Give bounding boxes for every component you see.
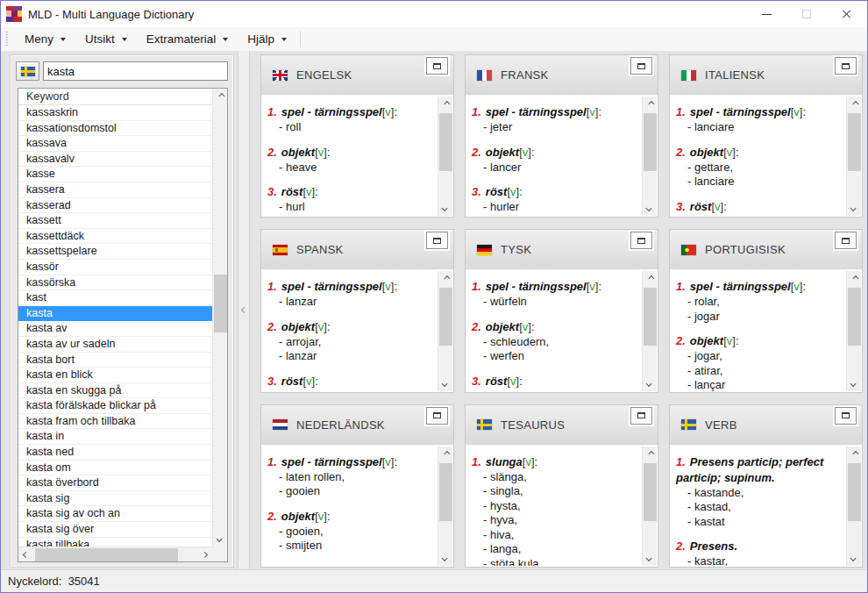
chevron-right-icon bbox=[202, 552, 208, 558]
panel-maximize-button[interactable] bbox=[835, 407, 857, 425]
list-item[interactable]: kasta en skugga på bbox=[18, 383, 212, 399]
panel-vertical-scrollbar[interactable] bbox=[846, 96, 861, 216]
scroll-up-button[interactable] bbox=[213, 89, 228, 104]
vertical-scroll-thumb[interactable] bbox=[644, 113, 657, 171]
panel-maximize-button[interactable] bbox=[426, 57, 448, 75]
list-item[interactable]: kassett bbox=[18, 213, 212, 229]
list-item[interactable]: kasse bbox=[18, 167, 212, 182]
list-item[interactable]: kassör bbox=[18, 260, 212, 275]
search-input[interactable] bbox=[43, 61, 228, 81]
list-vertical-scrollbar[interactable] bbox=[212, 89, 227, 547]
panel-maximize-button[interactable] bbox=[835, 57, 857, 75]
vertical-scroll-thumb[interactable] bbox=[848, 463, 861, 521]
scroll-down-button[interactable] bbox=[847, 551, 861, 566]
menu-item-utsikt[interactable]: Utsikt bbox=[75, 27, 137, 51]
vertical-scroll-thumb[interactable] bbox=[439, 463, 452, 521]
list-item[interactable]: kasta av ur sadeln bbox=[18, 337, 212, 353]
scroll-down-button[interactable] bbox=[643, 551, 657, 566]
panel-maximize-button[interactable] bbox=[835, 232, 857, 249]
list-item[interactable]: kasta sig över bbox=[18, 522, 212, 538]
scroll-down-button[interactable] bbox=[847, 376, 861, 391]
list-item[interactable]: kasta bbox=[18, 306, 212, 322]
scroll-up-button[interactable] bbox=[438, 96, 452, 111]
list-item[interactable]: kassavalv bbox=[18, 152, 212, 168]
scroll-down-button[interactable] bbox=[438, 551, 452, 566]
list-item[interactable]: kasta överbord bbox=[18, 475, 212, 491]
list-item[interactable]: kasta sig bbox=[18, 491, 212, 507]
panel-maximize-button[interactable] bbox=[426, 232, 448, 249]
vertical-scroll-thumb[interactable] bbox=[644, 288, 657, 346]
list-item[interactable]: kasta fram och tillbaka bbox=[18, 414, 212, 430]
colon: : bbox=[394, 280, 397, 293]
list-horizontal-scrollbar[interactable] bbox=[18, 547, 212, 561]
panel-vertical-scrollbar[interactable] bbox=[846, 271, 861, 390]
entry-heading: 2.objekt[v]: bbox=[267, 319, 431, 335]
minimize-button[interactable] bbox=[746, 1, 786, 27]
entry-sense-label: röst bbox=[281, 375, 303, 388]
entry-heading: 1.spel - tärningsspel[v]: bbox=[267, 104, 431, 120]
scroll-up-button[interactable] bbox=[643, 96, 657, 111]
scroll-right-button[interactable] bbox=[197, 547, 212, 562]
horizontal-scroll-thumb[interactable] bbox=[35, 548, 178, 561]
list-item[interactable]: kassettdäck bbox=[18, 229, 212, 245]
panel-maximize-button[interactable] bbox=[630, 407, 652, 425]
scroll-up-button[interactable] bbox=[438, 447, 452, 461]
panel-vertical-scrollbar[interactable] bbox=[642, 447, 657, 566]
scroll-down-button[interactable] bbox=[847, 201, 861, 216]
maximize-button[interactable] bbox=[786, 1, 827, 27]
vertical-scroll-thumb[interactable] bbox=[439, 113, 452, 171]
scroll-up-button[interactable] bbox=[643, 271, 657, 286]
list-item[interactable]: kassera bbox=[18, 182, 212, 198]
panel-maximize-button[interactable] bbox=[630, 232, 652, 249]
vertical-scroll-thumb[interactable] bbox=[644, 463, 657, 521]
panel-maximize-button[interactable] bbox=[630, 57, 652, 75]
menu-item-extramaterial[interactable]: Extramaterial bbox=[137, 27, 238, 51]
list-item[interactable]: kasta av bbox=[18, 321, 212, 337]
toolbar-grip-handle[interactable] bbox=[5, 32, 8, 46]
scroll-up-button[interactable] bbox=[643, 447, 657, 461]
menu-item-meny[interactable]: Meny bbox=[15, 27, 75, 51]
scroll-up-button[interactable] bbox=[438, 271, 452, 286]
list-item[interactable]: kasserad bbox=[18, 198, 212, 214]
panel-vertical-scrollbar[interactable] bbox=[438, 447, 452, 566]
scroll-down-button[interactable] bbox=[438, 376, 452, 391]
scroll-left-button[interactable] bbox=[18, 547, 33, 562]
close-button[interactable] bbox=[827, 1, 867, 27]
translation-word: - hurl bbox=[279, 200, 431, 215]
panel-vertical-scrollbar[interactable] bbox=[642, 96, 657, 216]
list-item[interactable]: kasta ned bbox=[18, 445, 212, 461]
vertical-scroll-thumb[interactable] bbox=[848, 113, 861, 171]
entry-sense-label: objekt bbox=[690, 334, 723, 347]
menu-item-hjälp[interactable]: Hjälp bbox=[238, 27, 296, 51]
panel-vertical-scrollbar[interactable] bbox=[642, 271, 657, 390]
scroll-down-button[interactable] bbox=[213, 532, 228, 547]
list-item[interactable]: kassörska bbox=[18, 275, 212, 291]
sidebar-splitter[interactable] bbox=[238, 51, 250, 569]
scroll-down-button[interactable] bbox=[643, 201, 657, 216]
list-item[interactable]: kasta en blick bbox=[18, 368, 212, 383]
list-item[interactable]: kast bbox=[18, 290, 212, 306]
list-item[interactable]: kasta in bbox=[18, 429, 212, 445]
vertical-scroll-thumb[interactable] bbox=[214, 275, 227, 332]
panel-maximize-button[interactable] bbox=[426, 407, 448, 425]
list-item[interactable]: kasta förälskade blickar på bbox=[18, 398, 212, 414]
scroll-up-button[interactable] bbox=[847, 447, 861, 461]
list-item[interactable]: kassaskrin bbox=[18, 105, 212, 121]
panel-vertical-scrollbar[interactable] bbox=[846, 447, 861, 566]
vertical-scroll-thumb[interactable] bbox=[439, 288, 452, 346]
list-item[interactable]: kassettspelare bbox=[18, 244, 212, 260]
scroll-down-button[interactable] bbox=[438, 201, 452, 216]
panel-vertical-scrollbar[interactable] bbox=[438, 271, 452, 390]
source-language-button[interactable] bbox=[16, 61, 39, 81]
vertical-scroll-thumb[interactable] bbox=[848, 288, 861, 346]
scroll-down-button[interactable] bbox=[643, 376, 657, 391]
list-item[interactable]: kasta tillbaka bbox=[18, 538, 212, 547]
scroll-up-button[interactable] bbox=[847, 96, 861, 111]
list-item[interactable]: kasta sig av och an bbox=[18, 506, 212, 522]
list-item[interactable]: kasta bort bbox=[18, 353, 212, 368]
scroll-up-button[interactable] bbox=[847, 271, 861, 286]
list-item[interactable]: kassationsdomstol bbox=[18, 121, 212, 137]
list-item[interactable]: kassava bbox=[18, 136, 212, 152]
panel-vertical-scrollbar[interactable] bbox=[438, 96, 452, 216]
list-item[interactable]: kasta om bbox=[18, 461, 212, 476]
